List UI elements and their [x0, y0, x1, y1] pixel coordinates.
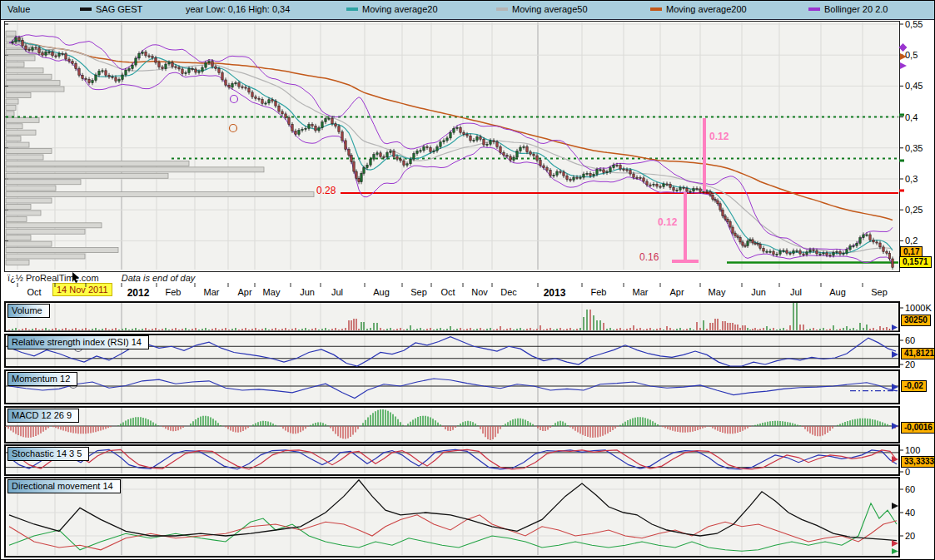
candle-body: [759, 244, 761, 248]
candle-body: [714, 200, 716, 201]
candle-body: [596, 170, 598, 175]
volume-profile-bar: [6, 31, 16, 36]
volume-profile-bar: [6, 112, 14, 116]
candle-body: [540, 161, 541, 166]
candle-body: [853, 245, 854, 246]
macd-panel-label[interactable]: MACD 12 26 9: [7, 409, 79, 423]
candle-body: [603, 170, 604, 173]
volume-profile-bar: [6, 173, 168, 178]
candle-body: [426, 146, 428, 147]
candle-body: [569, 180, 571, 181]
candle-body: [376, 153, 378, 155]
candle-body: [683, 187, 684, 188]
candle-body: [238, 83, 240, 87]
candle-body: [803, 254, 804, 255]
candle-body: [856, 243, 858, 245]
momentum-badge: -0,02: [901, 380, 927, 392]
volume-panel-label[interactable]: Volume: [7, 304, 50, 318]
candle-body: [380, 153, 381, 156]
hover-circle: [230, 125, 237, 132]
candle-body: [533, 154, 535, 156]
candle-body: [796, 250, 798, 251]
candle-body: [15, 37, 17, 42]
candle-body: [25, 46, 27, 49]
rsi-tick-label: 20: [905, 359, 915, 369]
price-tick-label: 0,4: [905, 112, 918, 122]
dm-minus-di-line: [9, 503, 897, 551]
candle-body: [826, 253, 828, 255]
candle-body: [433, 151, 435, 151]
rsi-panel-label[interactable]: Relative strength index (RSI) 14: [7, 335, 149, 349]
candle-body: [88, 79, 90, 82]
target-price-label: 0.16: [639, 251, 659, 263]
candle-body: [78, 69, 80, 76]
candle-body: [95, 75, 97, 81]
momentum-panel-label[interactable]: Momentum 12: [7, 372, 77, 386]
candle-body: [413, 153, 415, 159]
candle-body: [839, 251, 841, 254]
candle-body: [873, 240, 874, 242]
candle-body: [676, 190, 678, 191]
volume-profile-bar: [6, 254, 85, 259]
candle-body: [361, 173, 362, 181]
candle-body: [749, 240, 751, 241]
dm-tick-label: 60: [905, 484, 915, 494]
candle-body: [92, 81, 93, 83]
candle-body: [328, 118, 330, 119]
candle-body: [285, 114, 286, 117]
candle-body: [779, 250, 781, 254]
candle-body: [218, 69, 220, 73]
candle-body: [383, 156, 385, 157]
volume-profile-bar: [6, 117, 39, 122]
candle-body: [649, 185, 651, 186]
candle-body: [55, 56, 57, 57]
candle-body: [483, 139, 485, 145]
candle-body: [125, 70, 127, 75]
candle-body: [717, 201, 719, 204]
bollinger-upper-line: [9, 35, 893, 250]
candle-body: [248, 88, 250, 92]
candle-body: [566, 176, 568, 179]
candle-body: [195, 69, 196, 72]
candle-body: [165, 64, 167, 69]
volume-tick-label: 1000K: [905, 303, 932, 313]
candle-body: [331, 118, 333, 124]
stochastic-panel-label[interactable]: Stochastic 14 3 5: [7, 447, 89, 461]
candle-body: [606, 171, 608, 172]
candle-body: [553, 176, 555, 176]
candle-body: [476, 136, 478, 140]
candle-body: [72, 62, 73, 64]
candle-body: [205, 63, 206, 68]
candle-body: [351, 156, 352, 162]
candle-body: [724, 216, 726, 220]
level-end-marker: [899, 114, 904, 116]
candle-body: [613, 165, 614, 167]
candle-body: [308, 125, 310, 129]
candle-body: [228, 85, 230, 87]
candle-body: [145, 52, 147, 55]
candle-body: [480, 136, 481, 139]
mouse-cursor-icon: [72, 272, 79, 283]
support-level-label: 0.28: [316, 185, 336, 196]
candle-body: [305, 128, 306, 129]
candle-body: [38, 47, 40, 52]
candle-body: [356, 171, 357, 178]
candle-body: [703, 191, 704, 192]
candle-body: [823, 253, 824, 254]
candle-body: [742, 242, 744, 245]
volume-profile-bar: [6, 136, 21, 141]
candle-body: [215, 67, 216, 69]
candle-body: [132, 65, 133, 68]
candle-body: [609, 168, 611, 172]
candle-body: [757, 243, 758, 244]
candle-body: [752, 240, 753, 243]
candle-body: [185, 72, 187, 73]
dm-panel-label[interactable]: Directional movement 14: [7, 479, 121, 493]
candle-body: [148, 56, 150, 57]
candle-body: [589, 173, 591, 176]
candle-body: [162, 67, 163, 69]
candle-body: [493, 141, 495, 142]
candle-body: [406, 164, 408, 166]
price-tick-label: 0,45: [905, 81, 923, 91]
candle-body: [849, 246, 851, 250]
